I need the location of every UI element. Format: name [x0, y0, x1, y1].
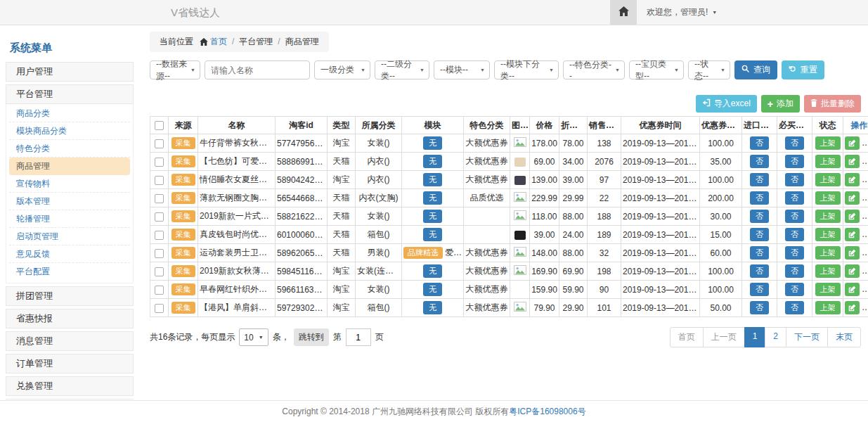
must-buy-toggle[interactable]: 否 — [785, 173, 804, 186]
row-checkbox[interactable] — [155, 267, 164, 276]
sidebar-item-2[interactable]: 模块商品分类 — [9, 122, 130, 140]
edit-button[interactable] — [845, 210, 860, 223]
reset-button[interactable]: 重置 — [782, 60, 824, 79]
status-badge[interactable]: 上架 — [815, 264, 841, 278]
import-select-toggle[interactable]: 否 — [750, 228, 769, 241]
sidebar-item-7[interactable]: 轮播管理 — [9, 210, 130, 228]
must-buy-toggle[interactable]: 否 — [785, 155, 804, 168]
select-all-checkbox[interactable] — [155, 121, 164, 130]
must-buy-toggle[interactable]: 否 — [785, 301, 804, 314]
edit-button[interactable] — [845, 264, 860, 278]
status-badge[interactable]: 上架 — [815, 210, 841, 223]
import-select-toggle[interactable]: 否 — [750, 301, 769, 314]
status-badge[interactable]: 上架 — [815, 136, 841, 150]
filter-select-4[interactable]: --二级分类--▼ — [375, 60, 429, 79]
add-button[interactable]: + 添加 — [761, 95, 800, 113]
row-checkbox[interactable] — [155, 158, 164, 167]
sidebar-group-bottom-6[interactable]: 提现管理 — [6, 399, 134, 399]
filter-select-9[interactable]: --状态--▼ — [688, 60, 730, 79]
must-buy-toggle[interactable]: 否 — [785, 191, 804, 205]
edit-button[interactable] — [845, 283, 860, 296]
module-badge[interactable]: 无 — [423, 136, 442, 150]
edit-button[interactable] — [845, 228, 860, 241]
module-badge[interactable]: 无 — [423, 155, 442, 168]
status-badge[interactable]: 上架 — [815, 173, 841, 186]
page-button-5[interactable]: 下一页 — [786, 327, 828, 347]
filter-select-3[interactable]: 一级分类▼ — [314, 60, 370, 79]
icp-link[interactable]: 粤ICP备16098006号 — [509, 407, 585, 416]
must-buy-toggle[interactable]: 否 — [785, 228, 804, 241]
filter-select-8[interactable]: --宝贝类型--▼ — [629, 60, 684, 79]
status-badge[interactable]: 上架 — [815, 246, 841, 260]
sidebar-item-5[interactable]: 宣传物料 — [9, 175, 130, 193]
sidebar-group-bottom-4[interactable]: 订单管理 — [6, 354, 134, 373]
edit-button[interactable] — [845, 301, 860, 314]
edit-button[interactable] — [845, 191, 860, 205]
status-badge[interactable]: 上架 — [815, 301, 841, 314]
import-select-toggle[interactable]: 否 — [750, 283, 769, 296]
must-buy-toggle[interactable]: 否 — [785, 264, 804, 278]
module-badge[interactable]: 无 — [423, 191, 442, 205]
module-badge[interactable]: 无 — [423, 173, 442, 186]
sidebar-item-4[interactable]: 商品管理 — [9, 158, 130, 175]
status-badge[interactable]: 上架 — [815, 191, 841, 205]
sidebar-group-bottom-3[interactable]: 消息管理 — [6, 331, 134, 351]
row-checkbox[interactable] — [155, 176, 164, 185]
module-badge[interactable]: 无 — [423, 210, 442, 223]
sidebar-item-9[interactable]: 意见反馈 — [9, 245, 130, 263]
page-button-3[interactable]: 1 — [744, 327, 766, 347]
sidebar-group-bottom-5[interactable]: 兑换管理 — [6, 376, 134, 396]
import-select-toggle[interactable]: 否 — [750, 264, 769, 278]
must-buy-toggle[interactable]: 否 — [785, 210, 804, 223]
sidebar-item-8[interactable]: 启动页管理 — [9, 228, 130, 245]
breadcrumb-home-link[interactable]: 首页 — [210, 37, 227, 46]
module-badge[interactable]: 无 — [423, 301, 442, 314]
sidebar-group-bottom-2[interactable]: 省惠快报 — [6, 309, 134, 328]
edit-button[interactable] — [845, 173, 860, 186]
page-button-4[interactable]: 2 — [765, 327, 786, 347]
sidebar-item-3[interactable]: 特色分类 — [9, 140, 130, 158]
filter-select-5[interactable]: --模块--▼ — [434, 60, 490, 79]
filter-select-1[interactable]: --数据来源--▼ — [150, 60, 200, 79]
must-buy-toggle[interactable]: 否 — [785, 246, 804, 260]
jump-button[interactable]: 跳转到 — [294, 328, 329, 346]
must-buy-toggle[interactable]: 否 — [785, 283, 804, 296]
row-checkbox[interactable] — [155, 139, 164, 148]
row-checkbox[interactable] — [155, 194, 164, 203]
status-badge[interactable]: 上架 — [815, 155, 841, 168]
row-checkbox[interactable] — [155, 212, 164, 222]
home-button[interactable] — [610, 0, 637, 25]
batch-delete-button[interactable]: 批量删除 — [804, 95, 861, 113]
sidebar-group-bottom-1[interactable]: 拼团管理 — [6, 286, 134, 306]
per-page-select[interactable]: 10▼ — [239, 328, 268, 346]
name-search-input[interactable] — [205, 60, 310, 79]
status-badge[interactable]: 上架 — [815, 283, 841, 296]
search-button[interactable]: 查询 — [734, 60, 777, 79]
page-button-1[interactable]: 首页 — [670, 327, 704, 347]
import-select-toggle[interactable]: 否 — [750, 210, 769, 223]
sidebar-item-10[interactable]: 平台配置 — [9, 263, 130, 281]
page-button-6[interactable]: 末页 — [827, 327, 861, 347]
filter-select-6[interactable]: --模块下分类--▼ — [494, 60, 559, 79]
sidebar-item-1[interactable]: 商品分类 — [9, 105, 130, 122]
row-checkbox[interactable] — [155, 249, 164, 258]
sidebar-group-1[interactable]: 用户管理 — [6, 62, 134, 82]
must-buy-toggle[interactable]: 否 — [785, 136, 804, 150]
status-badge[interactable]: 上架 — [815, 228, 841, 241]
sidebar-item-6[interactable]: 版本管理 — [9, 193, 130, 210]
module-badge[interactable]: 无 — [423, 228, 442, 241]
row-checkbox[interactable] — [155, 304, 164, 313]
import-select-toggle[interactable]: 否 — [750, 173, 769, 186]
module-badge[interactable]: 无 — [423, 264, 442, 278]
import-select-toggle[interactable]: 否 — [750, 246, 769, 260]
page-number-input[interactable] — [346, 328, 371, 346]
filter-select-7[interactable]: --特色分类--▼ — [563, 60, 625, 79]
user-menu[interactable]: 欢迎您，管理员! ▼ — [637, 6, 717, 18]
import-excel-button[interactable]: 导入excel — [696, 95, 757, 113]
import-select-toggle[interactable]: 否 — [750, 191, 769, 205]
module-badge[interactable]: 无 — [423, 283, 442, 296]
sidebar-group-2[interactable]: 平台管理 — [6, 84, 134, 104]
edit-button[interactable] — [845, 155, 860, 168]
import-select-toggle[interactable]: 否 — [750, 155, 769, 168]
edit-button[interactable] — [845, 136, 860, 150]
